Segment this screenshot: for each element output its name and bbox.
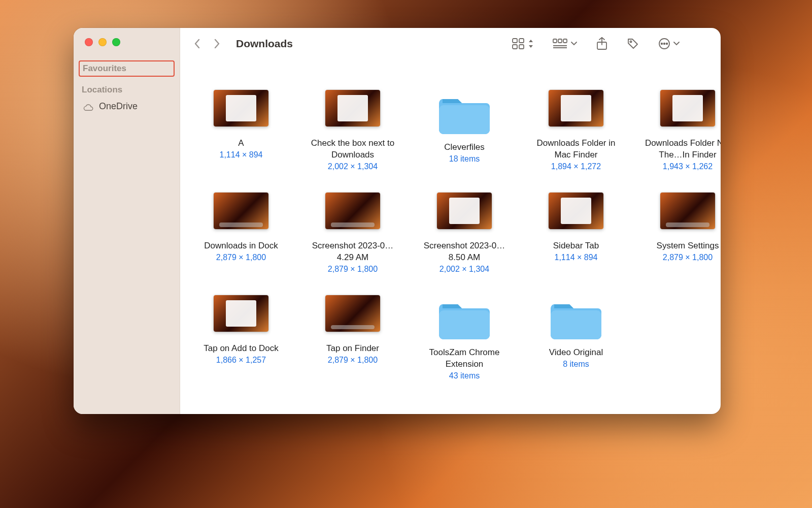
file-name: Tap on Finder bbox=[307, 343, 398, 355]
file-item[interactable]: Screenshot 2023-0…8.50 AM 2,002 × 1,304 bbox=[419, 193, 510, 274]
file-meta: 2,879 × 1,800 bbox=[307, 356, 398, 365]
file-item[interactable]: Cleverfiles 18 items bbox=[419, 90, 510, 171]
svg-rect-17 bbox=[439, 105, 490, 134]
file-meta: 18 items bbox=[419, 154, 510, 164]
file-name: Downloads Folder in Mac Finder bbox=[530, 138, 622, 161]
file-item[interactable]: A 1,114 × 894 bbox=[195, 90, 287, 171]
image-thumbnail bbox=[437, 193, 492, 229]
window-title: Downloads bbox=[236, 38, 293, 50]
file-item[interactable]: Screenshot 2023-0…4.29 AM 2,879 × 1,800 bbox=[307, 193, 398, 274]
svg-point-14 bbox=[666, 43, 668, 45]
svg-point-13 bbox=[664, 43, 665, 45]
folder-icon bbox=[436, 90, 492, 136]
image-thumbnail bbox=[214, 295, 268, 332]
window-traffic-lights bbox=[74, 38, 180, 46]
file-meta: 1,943 × 1,262 bbox=[642, 162, 721, 171]
file-item[interactable]: System Settings 2,879 × 1,800 bbox=[642, 193, 721, 274]
image-thumbnail bbox=[660, 193, 715, 229]
file-meta: 1,894 × 1,272 bbox=[530, 162, 622, 171]
svg-point-10 bbox=[630, 41, 631, 42]
nav-forward-button[interactable] bbox=[212, 37, 222, 51]
file-meta: 1,866 × 1,257 bbox=[195, 356, 287, 365]
file-item[interactable]: Downloads Folder Not The…In Finder 1,943… bbox=[642, 90, 721, 171]
sidebar-item-onedrive[interactable]: OneDrive bbox=[74, 98, 180, 115]
cloud-icon bbox=[83, 103, 94, 110]
file-meta: 43 items bbox=[419, 371, 510, 380]
image-thumbnail bbox=[325, 295, 380, 332]
toolbar: Downloads bbox=[180, 28, 721, 59]
svg-rect-3 bbox=[519, 45, 524, 49]
sidebar: Favourites Locations OneDrive bbox=[74, 28, 180, 414]
file-name: Tap on Add to Dock bbox=[195, 343, 287, 355]
desktop-wallpaper: Favourites Locations OneDrive bbox=[0, 0, 812, 508]
tags-button[interactable] bbox=[627, 36, 639, 51]
image-thumbnail bbox=[549, 193, 603, 229]
group-by-button[interactable] bbox=[553, 36, 577, 51]
image-thumbnail bbox=[549, 90, 603, 126]
zoom-window-button[interactable] bbox=[112, 38, 120, 46]
file-item[interactable]: Tap on Finder 2,879 × 1,800 bbox=[307, 295, 398, 380]
share-button[interactable] bbox=[596, 36, 607, 51]
file-item[interactable]: Downloads Folder in Mac Finder 1,894 × 1… bbox=[530, 90, 622, 171]
folder-icon bbox=[548, 295, 604, 341]
file-meta: 2,002 × 1,304 bbox=[307, 162, 398, 171]
file-name: Screenshot 2023-0…4.29 AM bbox=[307, 240, 398, 264]
image-thumbnail bbox=[214, 90, 268, 126]
file-name: Cleverfiles bbox=[419, 142, 510, 153]
actions-menu-button[interactable] bbox=[658, 36, 680, 51]
file-name: Screenshot 2023-0…8.50 AM bbox=[419, 240, 510, 264]
image-thumbnail bbox=[660, 90, 715, 126]
file-item[interactable]: Check the box next to Downloads 2,002 × … bbox=[307, 90, 398, 171]
file-meta: 1,114 × 894 bbox=[530, 253, 622, 262]
finder-window: Favourites Locations OneDrive bbox=[74, 28, 721, 414]
file-name: System Settings bbox=[642, 240, 721, 252]
file-item[interactable]: Tap on Add to Dock 1,866 × 1,257 bbox=[195, 295, 287, 380]
main-pane: Downloads bbox=[180, 28, 721, 414]
svg-point-12 bbox=[661, 43, 663, 45]
file-item[interactable]: Video Original 8 items bbox=[530, 295, 622, 380]
svg-rect-18 bbox=[439, 310, 490, 339]
svg-rect-1 bbox=[519, 39, 524, 43]
file-name: Sidebar Tab bbox=[530, 240, 622, 252]
file-meta: 2,879 × 1,800 bbox=[195, 253, 287, 262]
image-thumbnail bbox=[214, 193, 268, 229]
folder-icon bbox=[436, 295, 492, 341]
file-name: Downloads in Dock bbox=[195, 240, 287, 252]
minimize-window-button[interactable] bbox=[98, 38, 107, 46]
svg-rect-19 bbox=[551, 310, 601, 339]
file-meta: 2,879 × 1,800 bbox=[307, 265, 398, 274]
file-name: Downloads Folder Not The…In Finder bbox=[642, 138, 721, 161]
file-item[interactable]: Sidebar Tab 1,114 × 894 bbox=[530, 193, 622, 274]
sidebar-item-label: OneDrive bbox=[99, 101, 138, 112]
image-thumbnail bbox=[325, 90, 380, 126]
svg-rect-2 bbox=[513, 45, 517, 49]
view-mode-button[interactable] bbox=[512, 36, 533, 51]
file-name: Check the box next to Downloads bbox=[307, 138, 398, 161]
svg-rect-5 bbox=[558, 39, 562, 43]
file-item[interactable]: ToolsZam Chrome Extension 43 items bbox=[419, 295, 510, 380]
file-name: Video Original bbox=[530, 347, 622, 359]
file-meta: 1,114 × 894 bbox=[195, 150, 287, 160]
icon-grid: A 1,114 × 894 Check the box next to Down… bbox=[195, 90, 721, 380]
content-area[interactable]: A 1,114 × 894 Check the box next to Down… bbox=[180, 59, 721, 414]
sidebar-section-locations: Locations bbox=[74, 82, 180, 98]
file-meta: 2,879 × 1,800 bbox=[642, 253, 721, 262]
nav-back-button[interactable] bbox=[192, 37, 202, 51]
file-meta: 2,002 × 1,304 bbox=[419, 265, 510, 274]
file-name: A bbox=[195, 138, 287, 149]
sidebar-section-favourites: Favourites bbox=[83, 64, 171, 74]
close-window-button[interactable] bbox=[85, 38, 93, 46]
svg-rect-6 bbox=[563, 39, 567, 43]
file-name: ToolsZam Chrome Extension bbox=[419, 347, 510, 370]
favourites-section-highlight: Favourites bbox=[79, 60, 175, 77]
file-meta: 8 items bbox=[530, 360, 622, 369]
svg-rect-0 bbox=[513, 39, 517, 43]
file-item[interactable]: Downloads in Dock 2,879 × 1,800 bbox=[195, 193, 287, 274]
svg-rect-4 bbox=[553, 39, 557, 43]
image-thumbnail bbox=[325, 193, 380, 229]
